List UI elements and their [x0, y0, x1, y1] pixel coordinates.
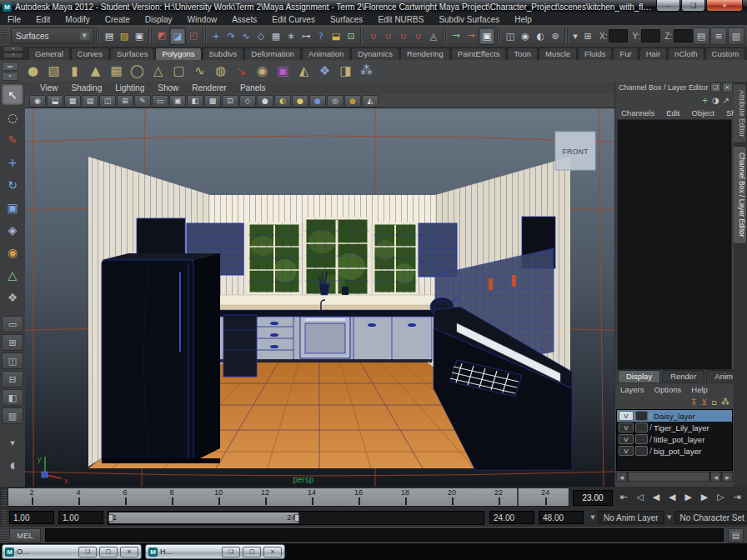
- playback-end-field[interactable]: 24.00: [489, 511, 534, 524]
- create-empty-layer-icon[interactable]: ▫: [711, 398, 717, 407]
- lock-camera-icon[interactable]: ⬓: [47, 95, 63, 108]
- snap-to-grids-icon[interactable]: ∪: [366, 28, 381, 44]
- ipr-render-icon[interactable]: ◐: [533, 28, 548, 44]
- camera-attributes-icon[interactable]: ▦: [64, 95, 81, 108]
- go-to-start-button[interactable]: ⇤: [616, 488, 631, 506]
- shaded-icon[interactable]: ●: [257, 95, 273, 108]
- layer-editor-menu-item[interactable]: Layers: [615, 385, 649, 394]
- range-bar[interactable]: 1 24: [109, 512, 298, 523]
- poly-plane-icon[interactable]: ▦: [107, 62, 126, 81]
- shelf-tab[interactable]: Hair: [639, 48, 667, 60]
- snap-rotate-icon[interactable]: ↷: [223, 28, 238, 44]
- minimized-window[interactable]: M H... ❏ ▢ ×: [145, 544, 285, 559]
- layer-visibility-toggle[interactable]: V: [619, 434, 634, 444]
- close-button[interactable]: ×: [706, 0, 743, 12]
- shelf-tab[interactable]: nCloth: [668, 48, 704, 60]
- output-from-selected-icon[interactable]: →: [464, 28, 479, 43]
- create-layer-from-selected-icon[interactable]: ⁂: [721, 398, 729, 407]
- scroll-right-icon[interactable]: ▶: [722, 472, 733, 482]
- snap-move-icon[interactable]: +: [208, 28, 223, 44]
- layer-editor-tab[interactable]: Render: [662, 370, 704, 382]
- channel-box-menu-item[interactable]: Edit: [660, 108, 685, 118]
- layer-row[interactable]: V / little_pot_layer: [617, 433, 732, 445]
- step-back-key-button[interactable]: ◀: [649, 488, 664, 506]
- layer-visibility-toggle[interactable]: V: [619, 411, 634, 421]
- shelf-tab-cycle-down-button[interactable]: ▾: [3, 52, 23, 58]
- poly-torus-icon[interactable]: ◯: [128, 62, 147, 81]
- paint-select-tool-icon[interactable]: ✎: [2, 129, 23, 150]
- lasso-select-tool-icon[interactable]: ◌: [2, 107, 23, 128]
- kitchen-windows[interactable]: [217, 218, 435, 305]
- panel-close-icon[interactable]: ×: [722, 82, 733, 92]
- highlight-mode-icon[interactable]: ⊡: [343, 28, 358, 44]
- menu-item[interactable]: File: [0, 15, 28, 24]
- highlight-selection-icon[interactable]: ∗: [283, 28, 298, 44]
- viewport-menu-item[interactable]: Show: [151, 83, 185, 92]
- menu-item[interactable]: Edit Curves: [264, 15, 323, 24]
- layout-two-panes-side-button[interactable]: ◫: [2, 352, 23, 369]
- maximize-button[interactable]: ▢: [243, 547, 261, 558]
- step-forward-key-button[interactable]: ▶: [697, 488, 712, 506]
- layer-name[interactable]: big_pot_layer: [654, 447, 701, 456]
- poly-pyramid-icon[interactable]: △: [148, 62, 168, 81]
- timeline-tick[interactable]: 8: [148, 488, 195, 506]
- isolate-select-icon[interactable]: ◭: [362, 95, 379, 108]
- poly-soccer-ball-icon[interactable]: ◍: [211, 62, 230, 81]
- select-object-icon[interactable]: ◪: [169, 28, 186, 45]
- maximize-button[interactable]: ❑: [681, 0, 705, 12]
- connect-icon[interactable]: ⊶: [298, 28, 313, 44]
- wireframe-icon[interactable]: ◇: [239, 95, 256, 108]
- timeline-tick[interactable]: 16: [335, 488, 382, 506]
- close-button[interactable]: ×: [120, 547, 138, 558]
- play-forwards-button[interactable]: ▶: [681, 488, 696, 506]
- move-tool-icon[interactable]: +: [2, 152, 23, 172]
- use-default-material-icon[interactable]: ●: [309, 95, 326, 108]
- poly-sphere-icon[interactable]: ●: [23, 62, 43, 81]
- shelf-tab[interactable]: Surfaces: [110, 48, 155, 60]
- panel-restore-icon[interactable]: ❏: [710, 82, 721, 92]
- shelf-tab[interactable]: General: [28, 48, 70, 60]
- shelf-tab[interactable]: Animation: [302, 48, 350, 60]
- menu-item[interactable]: Edit: [28, 15, 58, 24]
- safe-action-icon[interactable]: ⊡: [222, 95, 238, 108]
- absolute-transform-icon[interactable]: ⊞: [580, 28, 595, 44]
- play-backwards-button[interactable]: ◀: [664, 488, 679, 506]
- open-render-view-icon[interactable]: ◫: [503, 28, 518, 44]
- smooth-mesh-icon[interactable]: ◉: [253, 62, 272, 81]
- poly-cylinder-icon[interactable]: ▮: [65, 62, 84, 81]
- separator[interactable]: [203, 28, 207, 44]
- sculpt-geometry-icon[interactable]: ◭: [294, 62, 313, 81]
- viewport-menu-item[interactable]: View: [33, 83, 65, 92]
- pan-zoom-icon[interactable]: ⊞: [117, 95, 133, 108]
- shelf-tab[interactable]: Custom: [705, 48, 746, 60]
- open-scene-icon[interactable]: ▨: [117, 28, 132, 44]
- layer-row[interactable]: V / big_pot_layer: [617, 445, 732, 457]
- drag-handle[interactable]: [2, 527, 8, 543]
- textured-lights-icon[interactable]: ●: [292, 95, 308, 108]
- shelf-tab[interactable]: Polygons: [155, 48, 201, 60]
- layer-row[interactable]: V / Tiger_Lily_layer: [617, 422, 732, 433]
- minimize-button[interactable]: –: [656, 0, 680, 12]
- character-set-selector[interactable]: No Character Set: [674, 511, 747, 524]
- layer-editor-tab[interactable]: Display: [618, 370, 660, 382]
- time-cursor[interactable]: [517, 488, 519, 506]
- drag-handle[interactable]: [2, 28, 8, 44]
- poly-cube-icon[interactable]: ▧: [44, 62, 63, 81]
- menu-item[interactable]: Display: [138, 15, 180, 24]
- layer-editor-menu-item[interactable]: Options: [649, 385, 687, 394]
- select-tool-icon[interactable]: ↖: [2, 84, 23, 105]
- snap-to-curves-icon[interactable]: ∪: [381, 28, 396, 44]
- layout-three-panes-button[interactable]: ◧: [2, 389, 23, 406]
- channel-manipulator-icon[interactable]: +: [701, 96, 708, 105]
- layer-color-swatch[interactable]: [635, 434, 648, 444]
- sidebar-vertical-tab[interactable]: Attribute Editor: [734, 83, 747, 143]
- image-plane-icon[interactable]: ◫: [99, 95, 116, 108]
- separator[interactable]: [96, 28, 100, 44]
- maximize-button[interactable]: ▢: [99, 547, 118, 558]
- shelf-tab-cycle-up-button[interactable]: ▴: [3, 46, 23, 52]
- last-tool-icon[interactable]: ❖: [2, 287, 23, 308]
- script-editor-icon[interactable]: ▤: [728, 528, 744, 542]
- channel-box-menu-item[interactable]: Channels: [615, 108, 660, 118]
- universal-manipulator-icon[interactable]: ◈: [2, 219, 23, 240]
- poly-cone-icon[interactable]: ▲: [86, 62, 105, 81]
